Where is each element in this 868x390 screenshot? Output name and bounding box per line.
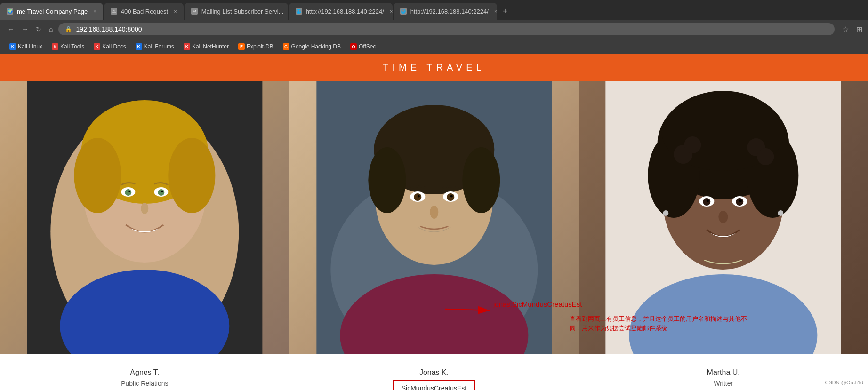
exploit-db-icon: E	[238, 43, 245, 50]
kali-linux-icon: K	[9, 43, 16, 50]
bookmark-kali-docs[interactable]: K Kali Docs	[90, 42, 130, 51]
svg-point-45	[719, 211, 728, 223]
agnes-role: Public Relations	[121, 380, 168, 387]
svg-point-23	[414, 193, 421, 201]
tab-label-1: me Travel Company Page	[17, 8, 88, 15]
svg-point-19	[368, 147, 406, 213]
bookmark-kali-tools-label: Kali Tools	[60, 43, 84, 50]
tab-label-2: 400 Bad Request	[121, 8, 168, 15]
svg-point-41	[703, 198, 711, 206]
tab-ip2[interactable]: 🌐 http://192.168.188.140:2224/ ×	[394, 3, 497, 20]
bookmark-google-hacking[interactable]: G Google Hacking DB	[279, 42, 345, 51]
new-tab-button[interactable]: +	[498, 7, 513, 16]
martha-name: Martha U.	[707, 368, 740, 377]
tab-favicon-2: ⚠	[111, 8, 117, 15]
site-header: TIME TRAVEL	[0, 54, 868, 81]
offsec-icon: O	[350, 43, 357, 50]
bookmarks-bar: K Kali Linux K Kali Tools K Kali Docs K …	[0, 39, 868, 54]
bookmark-kali-docs-label: Kali Docs	[102, 43, 126, 50]
svg-point-43	[707, 200, 709, 202]
website-content: TIME TRAVEL	[0, 54, 868, 390]
bookmark-kali-tools[interactable]: K Kali Tools	[48, 42, 88, 51]
reload-button[interactable]: ↻	[34, 24, 43, 34]
svg-point-20	[462, 147, 500, 213]
tab-favicon-1: 🌍	[7, 8, 13, 15]
svg-point-4	[74, 138, 121, 213]
bookmark-star-icon[interactable]: ☆	[838, 25, 852, 34]
tab-close-4[interactable]: ×	[390, 8, 393, 14]
svg-point-24	[447, 193, 454, 201]
svg-point-36	[684, 136, 701, 153]
svg-point-25	[418, 195, 420, 198]
kali-nethunter-icon: K	[184, 43, 190, 50]
svg-point-13	[141, 203, 148, 214]
bookmark-offsec-label: OffSec	[359, 43, 376, 50]
tab-bad-request[interactable]: ⚠ 400 Bad Request ×	[104, 3, 184, 20]
google-hacking-icon: G	[283, 43, 289, 50]
kali-docs-icon: K	[94, 43, 100, 50]
bookmark-exploit-db-label: Exploit-DB	[247, 43, 273, 50]
svg-point-12	[161, 191, 163, 192]
site-title: TIME TRAVEL	[383, 62, 485, 72]
employee-card-jonas: Jonas K. SicMundusCreatusEst	[289, 81, 579, 390]
sidebar-toggle-icon[interactable]: ⊞	[856, 25, 862, 34]
svg-point-42	[736, 198, 744, 206]
bookmark-offsec[interactable]: O OffSec	[346, 42, 379, 51]
martha-photo	[579, 81, 868, 354]
svg-point-38	[757, 148, 774, 165]
svg-point-10	[158, 189, 164, 196]
home-button[interactable]: ⌂	[47, 24, 55, 34]
tab-ip1[interactable]: 🌐 http://192.168.188.140:2224/ ×	[289, 3, 393, 20]
agnes-card-info: Agnes T. Public Relations	[117, 354, 172, 390]
tab-bar: 🌍 me Travel Company Page × ⚠ 400 Bad Req…	[0, 0, 868, 20]
tab-time-travel[interactable]: 🌍 me Travel Company Page ×	[0, 3, 103, 20]
address-bar-row: ← → ↻ ⌂ 🔒 192.168.188.140:8000 ☆ ⊞	[0, 20, 868, 39]
bookmark-google-hacking-label: Google Hacking DB	[291, 43, 341, 50]
svg-point-9	[125, 189, 131, 196]
forward-button[interactable]: →	[20, 24, 30, 34]
tab-label-5: http://192.168.188.140:2224/	[410, 8, 489, 15]
employee-card-martha: Martha U. Writter	[579, 81, 868, 390]
address-bar[interactable]: 🔒 192.168.188.140:8000	[58, 23, 835, 35]
bookmark-kali-nethunter-label: Kali NetHunter	[192, 43, 229, 50]
jonas-credential-box: SicMundusCreatusEst	[393, 380, 475, 390]
tab-close-5[interactable]: ×	[494, 8, 497, 14]
martha-card-info: Martha U. Writter	[703, 354, 744, 390]
jonas-card-info: Jonas K. SicMundusCreatusEst	[389, 354, 479, 390]
tab-favicon-4: 🌐	[296, 8, 302, 15]
back-button[interactable]: ←	[6, 24, 16, 34]
jonas-photo	[289, 81, 579, 354]
security-icon: 🔒	[65, 26, 72, 32]
employees-section: Agnes T. Public Relations	[0, 81, 868, 390]
svg-point-11	[128, 191, 130, 192]
bookmark-exploit-db[interactable]: E Exploit-DB	[234, 42, 277, 51]
tab-favicon-5: 🌐	[400, 8, 407, 15]
svg-point-5	[168, 138, 215, 213]
bookmark-kali-forums-label: Kali Forums	[144, 43, 174, 50]
jonas-credential-text: SicMundusCreatusEst	[402, 384, 467, 390]
tab-label-4: http://192.168.188.140:2224/	[306, 8, 384, 15]
svg-point-27	[430, 206, 438, 219]
kali-forums-icon: K	[136, 43, 142, 50]
tab-favicon-3: ✉	[191, 8, 198, 15]
agnes-name: Agnes T.	[121, 368, 168, 377]
bookmark-kali-linux[interactable]: K Kali Linux	[6, 42, 46, 51]
kali-tools-icon: K	[52, 43, 58, 50]
browser-chrome: 🌍 me Travel Company Page × ⚠ 400 Bad Req…	[0, 0, 868, 54]
agnes-photo	[0, 81, 289, 354]
tab-mailing[interactable]: ✉ Mailing List Subscriber Servi... ×	[185, 3, 288, 20]
tab-close-2[interactable]: ×	[174, 8, 177, 14]
martha-role: Writter	[707, 380, 740, 387]
address-text: 192.168.188.140:8000	[76, 25, 142, 33]
bookmark-kali-forums[interactable]: K Kali Forums	[132, 42, 178, 51]
svg-point-26	[450, 195, 453, 198]
employee-card-agnes: Agnes T. Public Relations	[0, 81, 289, 390]
tab-label-3: Mailing List Subscriber Servi...	[201, 8, 284, 15]
bookmark-kali-linux-label: Kali Linux	[18, 43, 42, 50]
svg-point-47	[778, 210, 784, 216]
jonas-name: Jonas K.	[393, 368, 475, 377]
tab-close-1[interactable]: ×	[93, 8, 96, 14]
svg-point-46	[663, 210, 669, 216]
svg-point-44	[739, 200, 742, 202]
bookmark-kali-nethunter[interactable]: K Kali NetHunter	[180, 42, 233, 51]
